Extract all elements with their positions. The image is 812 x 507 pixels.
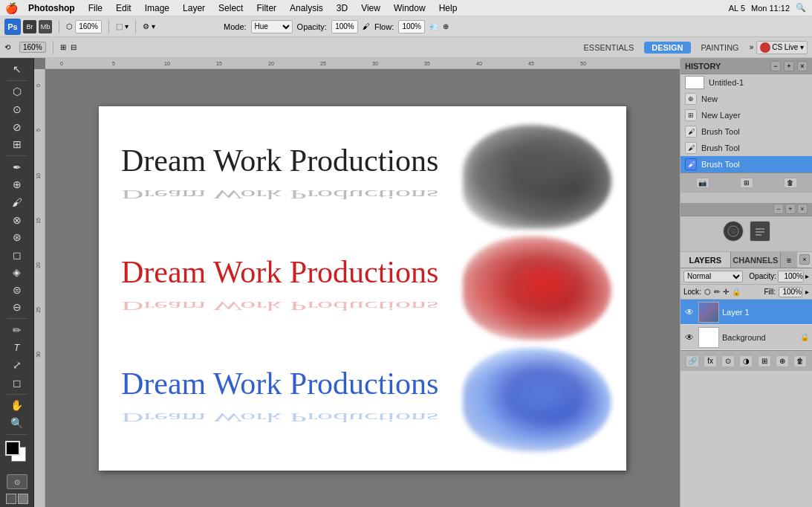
menu-photoshop[interactable]: Photoshop	[22, 1, 81, 15]
layer-group-btn[interactable]: ⊞	[758, 355, 771, 367]
layer-item-1[interactable]: 👁 Background 🔒	[681, 325, 812, 350]
guide-icon[interactable]: ⊟	[71, 43, 77, 51]
layer-1-eye-icon[interactable]: 👁	[683, 332, 695, 343]
layer-new-btn[interactable]: ⊕	[776, 355, 789, 367]
menu-file[interactable]: File	[82, 1, 108, 15]
menu-edit[interactable]: Edit	[110, 1, 137, 15]
lock-all-icon[interactable]: 🔒	[732, 288, 741, 296]
text-group-blue: Dream Work Productions Dream Work Produc…	[114, 368, 463, 432]
menu-3d[interactable]: 3D	[331, 1, 354, 15]
tool-eraser[interactable]: ◻	[5, 247, 29, 263]
flow-input[interactable]	[398, 20, 425, 33]
menu-view[interactable]: View	[355, 1, 386, 15]
menu-layer[interactable]: Layer	[177, 1, 211, 15]
tool-eyedropper[interactable]: ✒	[5, 159, 29, 175]
layer-0-eye-icon[interactable]: 👁	[683, 306, 695, 318]
tool-zoom[interactable]: 🔍	[5, 415, 29, 431]
sp-close-btn[interactable]: ×	[797, 204, 808, 214]
rotate-icon[interactable]: ⟲	[4, 43, 10, 51]
layer-style-btn[interactable]: fx	[704, 355, 717, 367]
history-new-doc-btn[interactable]: ⊞	[740, 178, 753, 188]
menu-help[interactable]: Help	[433, 1, 464, 15]
history-close-btn[interactable]: ×	[797, 61, 808, 71]
layer-adjustment-btn[interactable]: ◑	[739, 355, 753, 367]
tool-move[interactable]: ↖	[5, 61, 29, 77]
design-btn[interactable]: DESIGN	[644, 42, 690, 54]
view-label: ▾	[125, 22, 129, 30]
tool-hand[interactable]: ✋	[5, 398, 29, 414]
layer-mask-btn[interactable]: ⊙	[721, 355, 735, 367]
history-delete-btn[interactable]: 🗑	[784, 178, 797, 188]
menu-right-items: AL 5 Mon 11:12 🔍	[729, 3, 812, 13]
history-item-4[interactable]: 🖌 Brush Tool	[681, 140, 812, 156]
fill-arrow[interactable]: ▸	[805, 288, 809, 296]
sp-minimize-btn[interactable]: −	[773, 204, 784, 214]
tool-marquee[interactable]: ⬡	[5, 84, 29, 100]
menu-window[interactable]: Window	[388, 1, 432, 15]
opacity-value-input[interactable]	[778, 271, 804, 282]
menu-image[interactable]: Image	[139, 1, 175, 15]
layers-close-btn[interactable]: ×	[799, 254, 810, 265]
tool-history-brush[interactable]: ⊛	[5, 229, 29, 245]
history-new-snapshot-btn[interactable]: 📷	[696, 178, 709, 188]
foreground-color-box[interactable]	[5, 441, 20, 456]
grid-icon[interactable]: ⊞	[60, 43, 66, 51]
opacity-input[interactable]	[331, 20, 358, 33]
essentials-btn[interactable]: ESSENTIALS	[576, 42, 641, 54]
history-expand-btn[interactable]: +	[784, 61, 794, 71]
tool-lasso[interactable]: ⊙	[5, 101, 29, 117]
airbrush-icon[interactable]: 💨	[429, 22, 438, 30]
fill-input[interactable]	[779, 287, 802, 297]
blend-mode-select[interactable]: NormalMultiplyScreen	[683, 271, 743, 282]
tool-brush[interactable]: 🖌	[5, 194, 29, 210]
history-item-2[interactable]: ⊞ New Layer	[681, 107, 812, 123]
history-minimize-btn[interactable]: −	[770, 61, 781, 71]
fullscreen-btn[interactable]	[18, 494, 28, 504]
menu-analysis[interactable]: Analysis	[284, 1, 329, 15]
brush-preview-btn[interactable]	[723, 221, 744, 242]
layer-link-btn[interactable]: 🔗	[686, 355, 699, 367]
tool-blur[interactable]: ⊜	[5, 282, 29, 298]
history-item-0[interactable]: Untitled-1	[681, 74, 812, 91]
more-workspaces-icon[interactable]: »	[750, 43, 754, 51]
tool-path[interactable]: ⤢	[5, 357, 29, 373]
canvas[interactable]: Dream Work Productions Dream Work Produc…	[99, 106, 626, 471]
lock-image-icon[interactable]: ✏	[714, 288, 720, 296]
layer-delete-btn[interactable]: 🗑	[793, 355, 807, 367]
sp-expand-btn[interactable]: +	[785, 204, 796, 214]
cs-live-btn[interactable]: CS Live ▾	[756, 41, 808, 54]
smoke-area-red	[463, 236, 611, 340]
tool-shape[interactable]: ◻	[5, 375, 29, 391]
apple-logo-icon[interactable]: 🍎	[0, 2, 22, 14]
svg-rect-4	[756, 234, 761, 236]
tool-quicksel[interactable]: ⊘	[5, 119, 29, 135]
layers-panel-menu-btn[interactable]: ≡	[781, 252, 797, 268]
history-item-1[interactable]: ⊕ New	[681, 91, 812, 107]
opacity-arrow[interactable]: ▸	[805, 272, 809, 280]
menu-filter[interactable]: Filter	[250, 1, 282, 15]
ruler-h-label-50: 50	[580, 61, 586, 66]
zoom-input[interactable]	[75, 20, 102, 33]
lock-position-icon[interactable]: ✛	[723, 288, 729, 296]
history-item-3[interactable]: 🖌 Brush Tool	[681, 123, 812, 140]
quick-mask-btn[interactable]: ⊙	[7, 474, 27, 489]
pressure-icon[interactable]: ⊕	[443, 22, 449, 30]
menu-select[interactable]: Select	[212, 1, 249, 15]
tool-crop[interactable]: ⊞	[5, 136, 29, 152]
tool-dodge[interactable]: ⊖	[5, 300, 29, 316]
layer-comp-btn[interactable]	[750, 221, 770, 242]
tab-layers[interactable]: LAYERS	[681, 252, 731, 268]
mode-select[interactable]: HueNormalMultiply	[251, 20, 293, 33]
painting-btn[interactable]: PAINTING	[694, 42, 747, 54]
standard-mode-btn[interactable]	[6, 494, 16, 504]
history-item-5[interactable]: 🖌 Brush Tool	[681, 156, 812, 172]
tool-type[interactable]: T	[5, 340, 29, 356]
tool-stamp[interactable]: ⊗	[5, 212, 29, 228]
tab-channels[interactable]: CHANNELS	[731, 252, 782, 268]
tool-pen[interactable]: ✏	[5, 322, 29, 338]
tool-gradient[interactable]: ◈	[5, 265, 29, 281]
tool-healpatch[interactable]: ⊕	[5, 177, 29, 193]
lock-pixels-icon[interactable]: ⬡	[704, 288, 711, 296]
layer-item-0[interactable]: 👁 Layer 1	[681, 300, 812, 325]
search-icon[interactable]: 🔍	[796, 3, 806, 13]
